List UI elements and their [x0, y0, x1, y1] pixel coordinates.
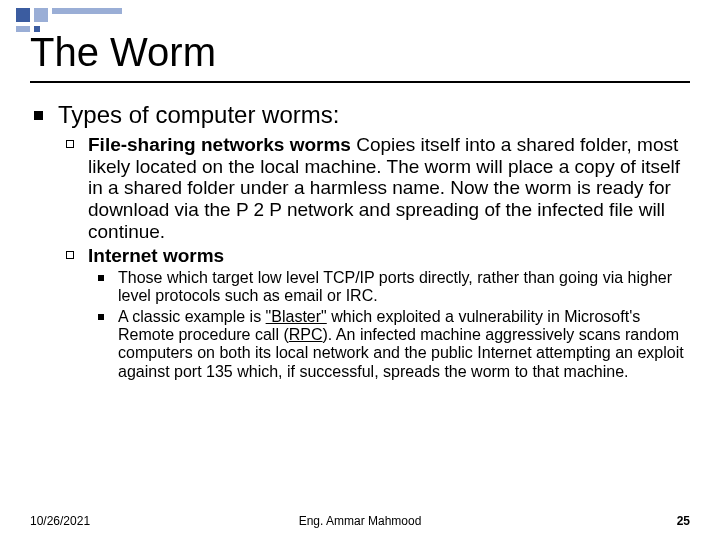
footer-author: Eng. Ammar Mahmood [0, 514, 720, 528]
corner-decoration [16, 8, 126, 32]
slide-content: Types of computer worms: File-sharing ne… [0, 83, 720, 381]
sub2-pre: A classic example is [118, 308, 266, 325]
blaster-link: "Blaster" [266, 308, 327, 325]
rpc-link: RPC [289, 326, 323, 343]
footer-page-number: 25 [677, 514, 690, 528]
bullet-level3-blaster: A classic example is "Blaster" which exp… [118, 308, 690, 382]
svg-rect-1 [34, 8, 48, 22]
level1-text: Types of computer worms: [58, 101, 339, 128]
slide-title: The Worm [30, 30, 690, 83]
bullet-level3-tcpip: Those which target low level TCP/IP port… [118, 269, 690, 306]
filesharing-lead: File-sharing networks worms [88, 134, 351, 155]
svg-rect-2 [52, 8, 122, 14]
svg-rect-4 [34, 26, 40, 32]
internet-lead: Internet worms [88, 245, 224, 266]
svg-rect-0 [16, 8, 30, 22]
sub1-text: Those which target low level TCP/IP port… [118, 269, 672, 304]
svg-rect-3 [16, 26, 30, 32]
bullet-level2-filesharing: File-sharing networks worms Copies itsel… [88, 134, 690, 243]
bullet-level1: Types of computer worms: File-sharing ne… [58, 101, 690, 381]
bullet-level2-internet: Internet worms Those which target low le… [88, 245, 690, 381]
